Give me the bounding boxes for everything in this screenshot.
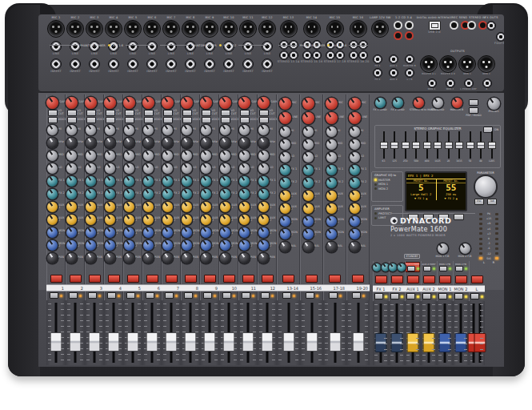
- xlr-input-jack[interactable]: [143, 20, 161, 38]
- mute-button[interactable]: [89, 275, 101, 283]
- fx1-send-knob[interactable]: [258, 176, 269, 187]
- insert-jack[interactable]: [127, 58, 138, 70]
- aux1-send-knob[interactable]: [47, 202, 58, 212]
- mon1-send-knob[interactable]: [350, 216, 360, 227]
- fx2-send-knob[interactable]: [143, 189, 154, 199]
- geq-band-slider[interactable]: [423, 131, 430, 159]
- pan-knob[interactable]: [66, 253, 77, 263]
- aux2-send-knob[interactable]: [182, 215, 192, 225]
- mon1-send-knob[interactable]: [143, 227, 154, 238]
- eq-mid-knob[interactable]: [326, 139, 337, 150]
- voice-filter-button[interactable]: [221, 117, 230, 123]
- channel-fader[interactable]: [300, 300, 323, 365]
- eq-mid-knob[interactable]: [143, 151, 154, 161]
- pfl-button[interactable]: [470, 293, 479, 299]
- eq-hi-knob[interactable]: [239, 125, 250, 135]
- eq-lo-knob[interactable]: [220, 163, 230, 174]
- fader-cap[interactable]: [407, 333, 419, 352]
- fx2-send-knob[interactable]: [105, 189, 115, 199]
- insert-jack[interactable]: [108, 58, 119, 70]
- xlr-input-jack[interactable]: [303, 20, 321, 38]
- master-fader[interactable]: [421, 301, 437, 365]
- eq-mid-knob[interactable]: [182, 151, 192, 161]
- fader-cap[interactable]: [306, 332, 318, 352]
- stereo-jack[interactable]: [358, 50, 368, 60]
- locut-button[interactable]: [182, 110, 192, 116]
- fader-cap[interactable]: [166, 332, 178, 352]
- aux1-send-knob[interactable]: [201, 202, 211, 212]
- pfl-button[interactable]: [50, 292, 58, 299]
- aux2-send-knob[interactable]: [326, 203, 337, 214]
- post-fb-button[interactable]: [423, 266, 431, 271]
- mon2-send-knob[interactable]: [105, 240, 115, 251]
- pfl-button[interactable]: [406, 293, 415, 299]
- aux2-send-knob[interactable]: [124, 215, 134, 225]
- balance-knob[interactable]: [326, 242, 337, 252]
- mon2-send-knob[interactable]: [124, 240, 134, 251]
- locut-button[interactable]: [221, 110, 230, 116]
- aux1-send-knob[interactable]: [258, 202, 269, 212]
- pan-knob[interactable]: [258, 253, 269, 263]
- eq-hi-knob[interactable]: [220, 125, 230, 135]
- fader-cap[interactable]: [455, 333, 467, 352]
- master-fader[interactable]: [389, 301, 405, 365]
- channel-fader[interactable]: [142, 300, 162, 365]
- mon1-send-knob[interactable]: [182, 227, 192, 238]
- voice-filter-button[interactable]: [67, 117, 77, 123]
- fader-cap[interactable]: [423, 333, 435, 352]
- stereo-jack[interactable]: [302, 50, 312, 60]
- eq-lo-knob[interactable]: [303, 152, 314, 163]
- eq-hi-knob[interactable]: [66, 125, 77, 135]
- gain-knob[interactable]: [238, 97, 250, 109]
- balance-knob[interactable]: [303, 242, 314, 252]
- fader-cap[interactable]: [352, 332, 364, 352]
- balance-knob[interactable]: [280, 242, 290, 252]
- eq-mid-freq-knob[interactable]: [47, 138, 58, 148]
- mon2-send-knob[interactable]: [143, 240, 154, 251]
- locut-button[interactable]: [125, 110, 134, 116]
- eq-hi-knob[interactable]: [182, 125, 192, 135]
- xlr-input-jack[interactable]: [66, 20, 84, 38]
- xlr-input-jack[interactable]: [326, 20, 344, 38]
- fader-cap[interactable]: [391, 333, 403, 352]
- aux2-send-knob[interactable]: [239, 215, 250, 225]
- insert-jack[interactable]: [50, 58, 62, 70]
- xlr-input-jack[interactable]: [280, 20, 298, 38]
- channel-fader[interactable]: [104, 300, 123, 365]
- eq-mid-freq-knob[interactable]: [182, 138, 192, 148]
- fx1-send-knob[interactable]: [124, 176, 134, 187]
- mon2-send-knob[interactable]: [86, 240, 96, 251]
- fx2-send-master-knob[interactable]: [393, 98, 403, 108]
- eq-lo-knob[interactable]: [239, 163, 250, 174]
- mon2-send-knob[interactable]: [239, 240, 250, 251]
- rca-jack[interactable]: [405, 21, 414, 30]
- mon2-send-knob[interactable]: [162, 240, 173, 251]
- channel-fader[interactable]: [181, 300, 200, 365]
- mute-button[interactable]: [127, 275, 139, 283]
- mute-button[interactable]: [329, 275, 341, 283]
- fader-cap[interactable]: [146, 332, 158, 352]
- post-fb-button[interactable]: [439, 266, 447, 271]
- fx2-send-knob[interactable]: [350, 178, 360, 188]
- insert-jack[interactable]: [204, 58, 215, 70]
- fader-cap[interactable]: [375, 333, 387, 352]
- mute-button[interactable]: [407, 275, 419, 283]
- mute-button[interactable]: [50, 275, 62, 283]
- eq-mid-freq-knob[interactable]: [143, 138, 154, 148]
- gain-knob[interactable]: [200, 97, 212, 109]
- mute-button[interactable]: [204, 275, 216, 283]
- xlr-output-jack[interactable]: [420, 55, 438, 73]
- voice-filter-button[interactable]: [202, 117, 211, 123]
- mute-button[interactable]: [282, 275, 294, 283]
- fader-cap-right[interactable]: [474, 333, 486, 352]
- eq-hi-knob[interactable]: [47, 125, 58, 135]
- eq-hi-knob[interactable]: [162, 125, 173, 135]
- pfl-button[interactable]: [88, 292, 97, 299]
- mute-button[interactable]: [391, 275, 403, 283]
- fader-cap[interactable]: [70, 332, 82, 352]
- voice-filter-button[interactable]: [182, 117, 192, 123]
- fader-cap[interactable]: [127, 332, 139, 352]
- rca-jack[interactable]: [394, 21, 402, 30]
- fx1-send-knob[interactable]: [143, 176, 154, 187]
- voice-filter-button[interactable]: [144, 117, 154, 123]
